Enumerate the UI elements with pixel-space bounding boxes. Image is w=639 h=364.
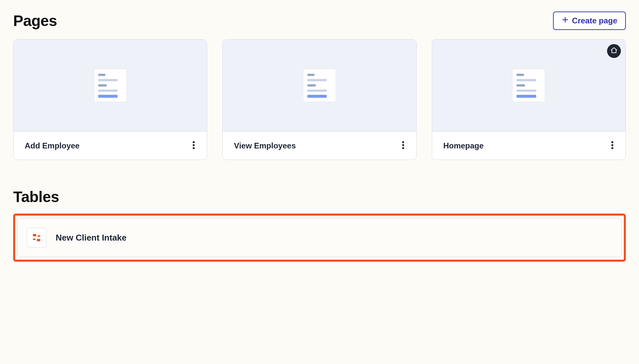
- svg-point-5: [402, 141, 404, 143]
- more-options-button[interactable]: [190, 139, 197, 152]
- page-thumbnail: [14, 39, 207, 132]
- svg-rect-12: [38, 235, 40, 237]
- svg-point-10: [611, 147, 613, 149]
- create-page-button[interactable]: Create page: [553, 12, 626, 30]
- more-options-button[interactable]: [400, 139, 406, 152]
- page-thumbnail: [432, 39, 625, 132]
- form-icon: [303, 69, 336, 102]
- svg-point-3: [193, 144, 195, 146]
- create-page-label: Create page: [572, 16, 617, 25]
- svg-point-7: [402, 147, 404, 149]
- more-vertical-icon: [402, 141, 404, 150]
- page-name: View Employees: [234, 141, 296, 150]
- pages-title: Pages: [13, 12, 57, 30]
- page-thumbnail: [223, 39, 416, 132]
- home-icon: [610, 47, 618, 55]
- svg-point-4: [193, 147, 195, 149]
- page-card-footer: View Employees: [223, 132, 416, 160]
- table-name: New Client Intake: [56, 233, 126, 243]
- page-card-footer: Homepage: [432, 132, 625, 160]
- tables-section: Tables New Client Intake: [13, 188, 626, 262]
- home-badge: [607, 44, 621, 58]
- table-icon: [27, 228, 46, 247]
- page-name: Add Employee: [25, 141, 80, 150]
- tables-title: Tables: [13, 188, 626, 206]
- highlight-annotation: New Client Intake: [13, 214, 626, 262]
- svg-point-8: [611, 141, 613, 143]
- page-card[interactable]: Homepage: [432, 39, 626, 160]
- svg-rect-13: [33, 239, 36, 240]
- table-row[interactable]: New Client Intake: [17, 218, 622, 257]
- plus-icon: [562, 16, 569, 25]
- more-vertical-icon: [611, 141, 614, 150]
- more-vertical-icon: [192, 141, 195, 150]
- form-icon: [94, 69, 127, 102]
- page-card[interactable]: Add Employee: [13, 39, 207, 160]
- svg-rect-11: [33, 234, 36, 236]
- pages-grid: Add Employee View Employees: [13, 39, 626, 160]
- pages-header: Pages Create page: [13, 12, 626, 30]
- form-icon: [512, 69, 545, 102]
- page-card-footer: Add Employee: [14, 132, 207, 160]
- svg-point-6: [402, 144, 404, 146]
- svg-point-9: [611, 144, 613, 146]
- page-name: Homepage: [443, 141, 484, 150]
- svg-rect-14: [37, 239, 40, 241]
- svg-point-2: [193, 141, 195, 143]
- more-options-button[interactable]: [609, 139, 616, 152]
- page-card[interactable]: View Employees: [222, 39, 416, 160]
